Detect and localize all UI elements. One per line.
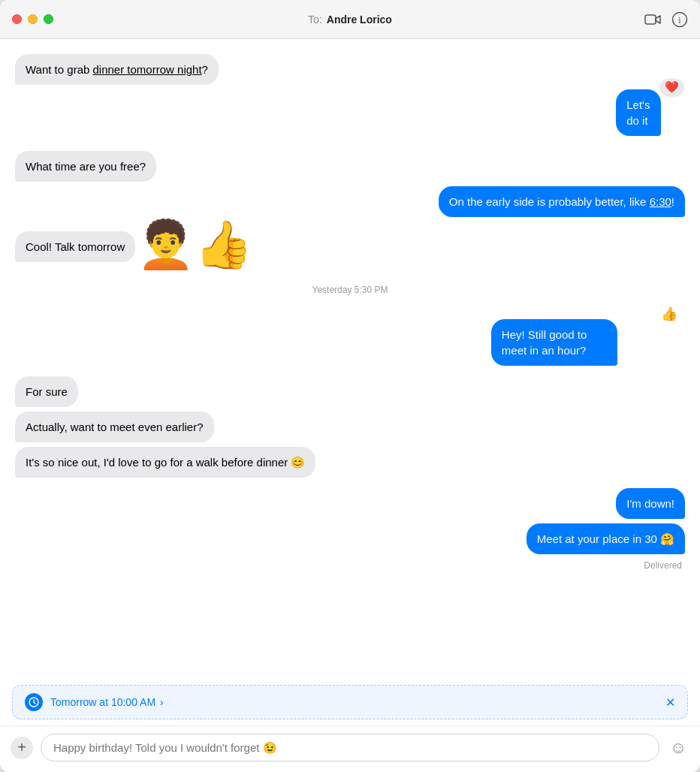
tapback-heart: ❤️ (660, 79, 683, 95)
message-bubble: What time are you free? (15, 151, 156, 182)
bubble-wrapper: Let's do it ❤️ (616, 89, 685, 136)
video-call-button[interactable] (644, 11, 661, 28)
scheduled-bar: Tomorrow at 10:00 AM › ✕ (12, 685, 688, 719)
message-row: I'm down! (15, 488, 685, 519)
message-row: What time are you free? (15, 151, 685, 182)
svg-rect-0 (645, 15, 656, 24)
underlined-text: dinner tomorrow night (93, 63, 202, 76)
timestamp-row: Yesterday 5:30 PM (15, 285, 685, 295)
underlined-text: 6:30 (650, 195, 671, 208)
minimize-button[interactable] (28, 14, 38, 24)
delivered-label: Delivered (15, 560, 685, 571)
memoji-sticker: 🧑‍🦱👍 (137, 222, 252, 268)
sent-group: 👍 Hey! Still good to meet in an hour? (15, 306, 685, 366)
sent-group: Let's do it ❤️ (15, 89, 685, 136)
message-row: On the early side is probably better, li… (15, 186, 685, 217)
scheduled-close-button[interactable]: ✕ (665, 695, 675, 710)
message-bubble: I'm down! (616, 488, 685, 519)
message-bubble: Meet at your place in 30 🤗 (527, 523, 685, 554)
messages-window: To: Andre Lorico i Want to grab dinn (0, 0, 700, 772)
message-bubble: Let's do it (616, 89, 661, 136)
message-row: Want to grab dinner tomorrow night? (15, 54, 685, 85)
maximize-button[interactable] (44, 14, 53, 24)
emoji-icon: ☺ (670, 738, 686, 758)
input-bar: + ☺ (0, 725, 700, 772)
message-bubble: For sure (15, 376, 78, 407)
contact-name: Andre Lorico (327, 14, 392, 26)
title-bar-actions: i (644, 11, 688, 28)
message-bubble: Hey! Still good to meet in an hour? (491, 319, 617, 366)
message-bubble: It's so nice out, I'd love to go for a w… (15, 447, 315, 478)
timestamp-label: Yesterday 5:30 PM (312, 285, 388, 295)
info-button[interactable]: i (671, 11, 688, 28)
message-row: For sure (15, 376, 685, 407)
scheduled-chevron: › (160, 696, 164, 708)
to-label: To: (308, 14, 322, 26)
message-row: Actually, want to meet even earlier? (15, 412, 685, 442)
message-bubble: Actually, want to meet even earlier? (15, 412, 214, 442)
messages-area[interactable]: Want to grab dinner tomorrow night? Let'… (0, 39, 700, 679)
scheduled-text[interactable]: Tomorrow at 10:00 AM › (50, 696, 655, 708)
emoji-button[interactable]: ☺ (667, 737, 689, 759)
message-input[interactable] (41, 734, 659, 761)
bubble-wrapper: 👍 Hey! Still good to meet in an hour? (491, 306, 685, 366)
title-bar-center: To: Andre Lorico (308, 14, 392, 26)
message-row-memoji: Cool! Talk tomorrow 🧑‍🦱👍 (15, 222, 685, 262)
message-bubble: On the early side is probably better, li… (439, 186, 685, 217)
title-bar: To: Andre Lorico i (0, 0, 700, 39)
message-bubble: Cool! Talk tomorrow (15, 231, 135, 262)
scheduled-clock-icon (25, 693, 43, 711)
message-row: It's so nice out, I'd love to go for a w… (15, 447, 685, 478)
svg-text:i: i (678, 15, 681, 26)
message-bubble: Want to grab dinner tomorrow night? (15, 54, 219, 85)
traffic-lights (12, 14, 53, 24)
message-row: Meet at your place in 30 🤗 (15, 523, 685, 554)
close-button[interactable] (12, 14, 22, 24)
bubble-wrapper: Cool! Talk tomorrow (15, 231, 135, 262)
add-attachment-button[interactable]: + (11, 737, 33, 759)
